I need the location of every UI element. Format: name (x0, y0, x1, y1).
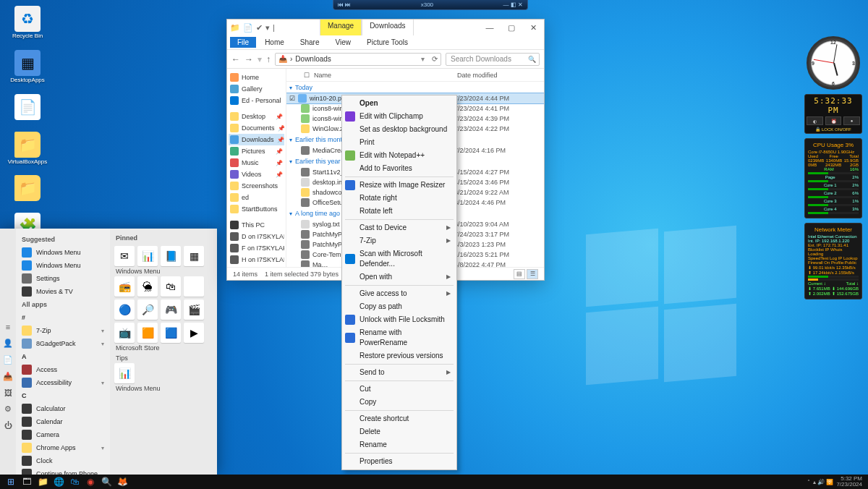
rail-button[interactable]: 📥 (3, 372, 13, 381)
start-tile[interactable]: 📻 (114, 276, 135, 297)
tray-overflow-icon[interactable]: ˄ (807, 479, 810, 485)
explorer-titlebar[interactable]: 📁📄✔▾| ManageDownloads — ▢ ✕ (227, 20, 544, 35)
nav-item[interactable]: Downloads📌 (229, 134, 284, 145)
search-input[interactable]: Search Downloads (446, 53, 540, 66)
qat-button[interactable]: 📄 (243, 23, 253, 33)
maximize-button[interactable]: ▢ (501, 20, 522, 35)
refresh-button[interactable]: ⟳ (432, 55, 438, 63)
app-item[interactable]: Access (17, 363, 109, 376)
menu-item[interactable]: Edit with Notepad++ (342, 149, 456, 162)
res-winbtns[interactable]: — ◧ ✕ (503, 1, 523, 8)
suggested-item[interactable]: Settings (17, 272, 109, 285)
games-folder[interactable]: 📁 (6, 175, 49, 203)
start-tile[interactable]: 🎮 (161, 299, 181, 320)
app-item[interactable]: Accessibility▾ (17, 376, 109, 389)
nav-item[interactable]: Documents📌 (229, 122, 284, 134)
menu-item[interactable]: Copy as path (342, 300, 456, 313)
taskbar-search[interactable]: 🔍 (98, 475, 114, 489)
qat-button[interactable]: ✔ (256, 23, 263, 33)
letter-header[interactable]: # (17, 311, 109, 324)
up-button[interactable]: ↑ (266, 54, 271, 64)
back-button[interactable]: ← (231, 54, 240, 64)
rail-button[interactable]: 🖼 (4, 388, 12, 397)
taskbar-edge[interactable]: 🌐 (51, 475, 67, 489)
explorer-tab[interactable]: Manage (320, 20, 362, 35)
start-tile[interactable]: 📘 (161, 246, 181, 266)
app-item[interactable]: 8GadgetPack▾ (17, 337, 109, 350)
taskbar-chrome[interactable]: ◉ (82, 475, 98, 489)
start-tile[interactable]: 🔎 (137, 299, 158, 320)
suggested-item[interactable]: Movies & TV (17, 285, 109, 298)
menu-item[interactable]: Properties (342, 455, 456, 468)
tray-date[interactable]: 7/23/2024 (836, 481, 862, 488)
rail-button[interactable]: ≡ (6, 323, 10, 331)
resolution-widget[interactable]: ⏮ ⏭ x300 — ◧ ✕ (333, 0, 528, 10)
app-item[interactable]: Chrome Apps▾ (17, 441, 109, 454)
nav-item[interactable]: H on I7SKYLAKE (229, 254, 284, 265)
menu-item[interactable]: Delete (342, 425, 456, 438)
start-tile[interactable]: ✉ (114, 246, 135, 266)
cpu-meter-gadget[interactable]: CPU Usage 3%Core i7-8650U 1.90GHzUsedFre… (804, 138, 862, 218)
nav-item[interactable]: Desktop📌 (229, 111, 284, 122)
menu-item[interactable]: Copy (342, 396, 456, 409)
qat-button[interactable]: | (273, 23, 275, 33)
path-dropdown-icon[interactable]: ▾ (421, 55, 425, 63)
start-tile[interactable]: 🟧 (137, 323, 158, 343)
system-tray[interactable]: ˄ ▴ 🔊 🛜 5:32 PM 7/23/2024 (804, 476, 865, 488)
menu-item[interactable]: Restore previous versions (342, 349, 456, 362)
menu-item[interactable]: Rename (342, 438, 456, 451)
suggested-item[interactable]: Windows Menu (17, 259, 109, 272)
minimize-button[interactable]: — (479, 20, 501, 35)
close-button[interactable]: ✕ (522, 20, 544, 35)
nav-item[interactable]: F on I7SKYLAKE (229, 242, 284, 254)
rail-button[interactable]: ⏻ (4, 421, 12, 430)
menu-item[interactable]: Print (342, 136, 456, 149)
start-tile[interactable]: 🟦 (161, 323, 181, 343)
menu-item[interactable]: Add to Favorites (342, 162, 456, 175)
tile-group-label[interactable]: Tips (113, 353, 214, 363)
quick-access-toolbar[interactable]: 📁📄✔▾| (230, 23, 275, 33)
ribbon-tab[interactable]: View (328, 37, 359, 48)
start-tile[interactable]: 🛍 (161, 276, 181, 297)
rail-button[interactable]: 📄 (3, 355, 13, 365)
start-tile[interactable]: 🎬 (184, 299, 204, 320)
start-tile[interactable]: ▦ (184, 246, 204, 266)
recent-drop[interactable]: ▾ (258, 54, 262, 64)
rail-button[interactable]: 👤 (3, 339, 13, 348)
start-tile[interactable] (184, 276, 204, 297)
menu-item[interactable]: Edit with Clipchamp (342, 110, 456, 123)
menu-item[interactable]: Send to▶ (342, 366, 456, 379)
view-switcher[interactable]: ▤☰ (512, 269, 538, 279)
app-item[interactable]: Continue from Phone (17, 467, 109, 475)
breadcrumb[interactable]: 📥 › Downloads ▾ ⟳ (275, 53, 441, 66)
start-tile[interactable]: 🔵 (114, 299, 135, 320)
file-group[interactable]: Today (286, 82, 544, 93)
menu-item[interactable]: Rotate left (342, 205, 456, 218)
start-tile[interactable]: 📊 (137, 246, 158, 266)
taskbar-firefox[interactable]: 🦊 (114, 475, 130, 489)
nav-item[interactable]: Gallery (229, 83, 284, 95)
letter-header[interactable]: C (17, 389, 109, 402)
rail-button[interactable]: ⚙ (4, 404, 12, 414)
taskbar-start[interactable]: ⊞ (3, 475, 19, 489)
menu-item[interactable]: Give access to▶ (342, 287, 456, 300)
menu-item[interactable]: Unlock with File Locksmith (342, 313, 456, 326)
lock-label[interactable]: 🔒 LOCK ON/OFF (807, 127, 860, 132)
menu-item[interactable]: Cast to Device▶ (342, 221, 456, 234)
forward-button[interactable]: → (244, 54, 253, 64)
letter-header[interactable]: A (17, 350, 109, 363)
col-name[interactable]: Name (314, 72, 457, 79)
virtualbox-apps[interactable]: 📁 VirtualBoxApps (6, 132, 49, 166)
res-prev-next[interactable]: ⏮ ⏭ (338, 1, 351, 8)
network-meter-gadget[interactable]: Network MeterIntel Ethernet ConnectionIn… (804, 223, 862, 299)
qat-button[interactable]: 📁 (230, 23, 240, 33)
recycle-bin[interactable]: ♻ Recycle Bin (6, 6, 49, 40)
app-item[interactable]: Calendar (17, 415, 109, 428)
menu-item[interactable]: Set as desktop background (342, 123, 456, 136)
tile-group-label[interactable]: Microsoft Store (113, 343, 214, 353)
tray-icons[interactable]: ▴ 🔊 🛜 (813, 479, 833, 485)
start-tile[interactable]: 📺 (114, 323, 135, 343)
desktop-apps[interactable]: ▦ DesktopApps (6, 50, 49, 84)
menu-item[interactable]: Create shortcut (342, 412, 456, 425)
tile-group-label[interactable]: Windows Menu (113, 383, 214, 394)
